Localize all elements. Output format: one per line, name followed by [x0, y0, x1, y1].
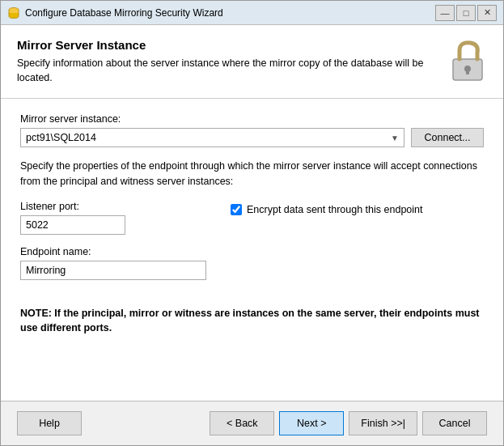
listener-port-input[interactable] [20, 215, 125, 235]
title-bar-text: Configure Database Mirroring Security Wi… [25, 7, 435, 19]
maximize-button[interactable]: □ [456, 5, 476, 21]
content-area: Mirror Server Instance Specify informati… [1, 25, 503, 401]
page-title: Mirror Server Instance [17, 38, 438, 52]
endpoint-name-label: Endpoint name: [20, 246, 206, 257]
main-form-section: Mirror server instance: pct91\SQL2014 ▼ … [1, 99, 503, 401]
next-button[interactable]: Next > [279, 411, 344, 435]
server-instance-combobox[interactable]: pct91\SQL2014 ▼ [20, 128, 404, 147]
header-section: Mirror Server Instance Specify informati… [1, 25, 503, 99]
endpoint-name-field: Endpoint name: [20, 246, 206, 280]
server-instance-field: Mirror server instance: pct91\SQL2014 ▼ … [20, 113, 484, 147]
connect-button[interactable]: Connect... [411, 128, 484, 147]
finish-button[interactable]: Finish >>| [349, 411, 417, 435]
footer: Help < Back Next > Finish >>| Cancel [1, 401, 503, 445]
encrypt-checkbox-row: Encrypt data sent through this endpoint [231, 204, 423, 215]
footer-right: < Back Next > Finish >>| Cancel [210, 411, 487, 435]
listener-port-label: Listener port: [20, 201, 206, 212]
page-description: Specify information about the server ins… [17, 57, 438, 85]
header-text: Mirror Server Instance Specify informati… [17, 38, 438, 85]
title-bar-icon [7, 6, 20, 19]
spec-text: Specify the properties of the endpoint t… [20, 159, 484, 189]
note-text: NOTE: If the principal, mirror or witnes… [20, 306, 484, 337]
svg-rect-3 [466, 69, 469, 74]
title-bar-buttons: — □ ✕ [435, 5, 497, 21]
main-window: Configure Database Mirroring Security Wi… [0, 0, 504, 446]
listener-port-field: Listener port: [20, 201, 206, 235]
back-button[interactable]: < Back [210, 411, 274, 435]
footer-left: Help [17, 411, 82, 435]
endpoint-name-input[interactable] [20, 261, 206, 280]
cancel-button[interactable]: Cancel [422, 411, 487, 435]
close-button[interactable]: ✕ [477, 5, 497, 21]
right-column: Encrypt data sent through this endpoint [231, 201, 423, 223]
encrypt-label: Encrypt data sent through this endpoint [247, 204, 423, 215]
left-column: Listener port: Endpoint name: [20, 201, 206, 291]
two-column-layout: Listener port: Endpoint name: Encrypt da… [20, 201, 484, 291]
title-bar: Configure Database Mirroring Security Wi… [1, 1, 503, 25]
server-instance-value: pct91\SQL2014 [26, 132, 96, 143]
combobox-arrow-icon: ▼ [391, 134, 399, 142]
lock-icon [448, 38, 487, 83]
encrypt-checkbox[interactable] [231, 204, 242, 215]
server-instance-row: pct91\SQL2014 ▼ Connect... [20, 128, 484, 147]
minimize-button[interactable]: — [435, 5, 455, 21]
help-button[interactable]: Help [17, 411, 82, 435]
server-instance-label: Mirror server instance: [20, 113, 484, 125]
